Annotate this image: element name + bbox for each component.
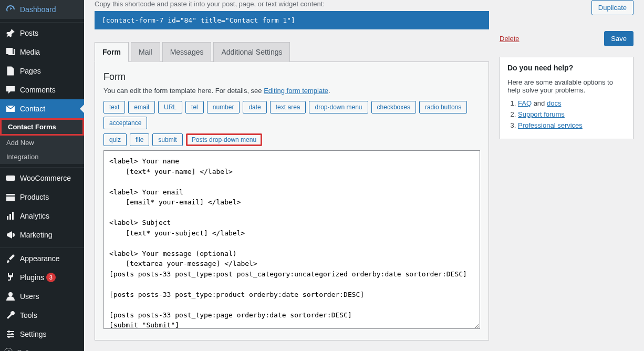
help-item-prof: Professional services [518, 121, 626, 129]
main-content: Copy this shortcode and paste it into yo… [84, 0, 644, 351]
menu-label: Marketing [20, 231, 52, 239]
pin-icon [5, 28, 16, 38]
help-desc: Here are some available options to help … [507, 78, 626, 94]
sliders-icon [5, 329, 16, 339]
woo-icon [5, 173, 16, 183]
collapse-menu[interactable]: Collapse menu [0, 344, 84, 351]
tag-quiz[interactable]: quiz [103, 133, 127, 146]
svg-point-4 [11, 333, 13, 335]
tag-number[interactable]: number [207, 101, 240, 113]
form-template-textarea[interactable] [103, 150, 480, 329]
tag-textarea[interactable]: text area [270, 101, 306, 113]
user-icon [5, 291, 16, 302]
duplicate-button[interactable]: Duplicate [591, 0, 633, 15]
products-icon [5, 192, 16, 202]
tag-submit[interactable]: submit [152, 133, 182, 146]
panel-heading: Form [103, 71, 480, 82]
collapse-label: Collapse menu [17, 348, 63, 352]
tag-radio[interactable]: radio buttons [419, 101, 467, 113]
svg-point-3 [8, 331, 10, 333]
support-link[interactable]: Support forums [518, 110, 565, 118]
menu-woocommerce[interactable]: WooCommerce [0, 169, 84, 188]
svg-rect-1 [6, 175, 15, 181]
tag-row-2: quiz file submit Posts drop-down menu [103, 133, 480, 146]
shortcode-help: Copy this shortcode and paste it into yo… [95, 0, 489, 8]
help-postbox: Do you need help? Here are some availabl… [500, 57, 633, 139]
tag-email[interactable]: email [128, 101, 155, 113]
tab-additional-settings[interactable]: Additional Settings [213, 42, 290, 62]
menu-label: Plugins [20, 273, 44, 282]
menu-pages[interactable]: Pages [0, 61, 84, 80]
collapse-icon [4, 348, 13, 351]
tab-mail[interactable]: Mail [131, 42, 160, 62]
wrench-icon [5, 310, 16, 321]
menu-label: Media [20, 48, 40, 56]
svg-point-5 [8, 336, 10, 338]
menu-label: Analytics [20, 212, 49, 220]
submenu-integration[interactable]: Integration [0, 150, 84, 164]
menu-label: Appearance [20, 254, 60, 263]
brush-icon [5, 253, 16, 264]
menu-label: Products [20, 193, 49, 201]
help-title: Do you need help? [507, 64, 626, 72]
menu-marketing[interactable]: Marketing [0, 225, 84, 244]
dashboard-icon [5, 4, 16, 15]
menu-label: Dashboard [20, 5, 56, 14]
media-icon [5, 47, 16, 57]
menu-contact[interactable]: Contact [0, 99, 84, 118]
editing-template-link[interactable]: Editing form template [264, 87, 328, 95]
menu-users[interactable]: Users [0, 287, 84, 306]
tag-dropdown[interactable]: drop-down menu [309, 101, 368, 113]
menu-label: Pages [20, 67, 41, 75]
plug-icon [5, 272, 16, 283]
menu-products[interactable]: Products [0, 188, 84, 207]
help-list: FAQ and docs Support forums Professional… [507, 99, 626, 129]
menu-appearance[interactable]: Appearance [0, 249, 84, 268]
menu-media[interactable]: Media [0, 43, 84, 61]
prof-link[interactable]: Professional services [518, 121, 583, 129]
submenu-contact: Contact Forms Add New Integration [0, 118, 84, 164]
tag-acceptance[interactable]: acceptance [103, 117, 147, 129]
menu-label: Comments [20, 86, 56, 94]
save-button[interactable]: Save [604, 31, 633, 46]
menu-settings[interactable]: Settings [0, 325, 84, 344]
submenu-add-new[interactable]: Add New [0, 136, 84, 150]
plugins-badge: 3 [46, 273, 56, 282]
docs-link[interactable]: docs [547, 99, 561, 107]
shortcode-display[interactable]: [contact-form-7 id="84" title="Contact f… [95, 11, 489, 29]
tag-row-1: text email URL tel number date text area… [103, 101, 480, 129]
tabs: Form Mail Messages Additional Settings [95, 42, 489, 62]
form-panel: Form You can edit the form template here… [95, 62, 489, 340]
menu-posts[interactable]: Posts [0, 24, 84, 43]
pages-icon [5, 66, 16, 76]
menu-plugins[interactable]: Plugins 3 [0, 268, 84, 287]
submenu-contact-forms[interactable]: Contact Forms [0, 118, 84, 136]
faq-link[interactable]: FAQ [518, 99, 532, 107]
tag-url[interactable]: URL [158, 101, 182, 113]
megaphone-icon [5, 230, 16, 240]
svg-point-0 [11, 49, 12, 50]
mail-icon [5, 104, 16, 114]
tag-file[interactable]: file [130, 133, 149, 146]
tab-messages[interactable]: Messages [162, 42, 212, 62]
admin-sidebar: Dashboard Posts Media Pages Comments Con… [0, 0, 84, 351]
help-item-support: Support forums [518, 110, 626, 118]
delete-link[interactable]: Delete [500, 35, 520, 43]
help-item-faq: FAQ and docs [518, 99, 626, 107]
menu-label: Settings [20, 330, 47, 338]
menu-tools[interactable]: Tools [0, 306, 84, 325]
menu-label: Tools [20, 311, 37, 319]
menu-dashboard[interactable]: Dashboard [0, 0, 84, 19]
tag-posts-dropdown[interactable]: Posts drop-down menu [186, 133, 262, 146]
tag-tel[interactable]: tel [185, 101, 204, 113]
tag-checkboxes[interactable]: checkboxes [371, 101, 416, 113]
tab-form[interactable]: Form [95, 42, 129, 62]
analytics-icon [5, 211, 16, 221]
svg-point-2 [8, 292, 13, 296]
menu-comments[interactable]: Comments [0, 80, 84, 99]
tag-text[interactable]: text [103, 101, 125, 113]
side-column: Duplicate Delete Save Do you need help? … [500, 0, 633, 340]
menu-label: Contact [20, 105, 45, 113]
tag-date[interactable]: date [243, 101, 266, 113]
menu-analytics[interactable]: Analytics [0, 207, 84, 225]
